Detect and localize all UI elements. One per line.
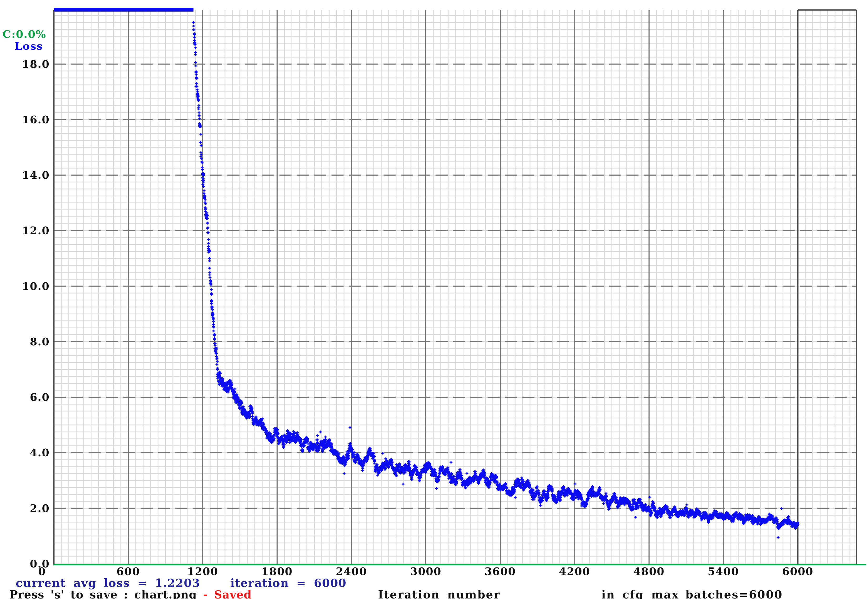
x-tick-label: 5400 xyxy=(701,565,746,578)
max-batches-note: in cfg max_batches=6000 xyxy=(602,588,783,599)
x-tick-label: 3600 xyxy=(478,565,523,578)
x-tick-label: 0 xyxy=(20,565,65,578)
saved-badge: - Saved xyxy=(203,588,251,599)
x-tick-label: 1800 xyxy=(255,565,299,578)
x-tick-label: 6000 xyxy=(775,565,820,578)
x-tick-label: 4200 xyxy=(552,565,597,578)
x-tick-label: 4800 xyxy=(627,565,671,578)
save-hint: Press 's' to save : chart.png - Saved xyxy=(9,588,252,599)
x-tick-label: 1200 xyxy=(181,565,225,578)
x-axis-labels: 0600120018002400300036004200480054006000 xyxy=(0,0,868,599)
training-loss-chart: C:0.0% Loss 18.016.014.012.010.08.06.04.… xyxy=(0,0,868,599)
x-tick-label: 2400 xyxy=(329,565,374,578)
avg-loss-status: current avg loss = 1.2203 iteration = 60… xyxy=(16,576,347,590)
x-axis-title: Iteration number xyxy=(378,588,500,599)
x-tick-label: 3000 xyxy=(403,565,448,578)
save-hint-text: Press 's' to save : chart.png xyxy=(9,588,203,599)
x-tick-label: 600 xyxy=(106,565,150,578)
